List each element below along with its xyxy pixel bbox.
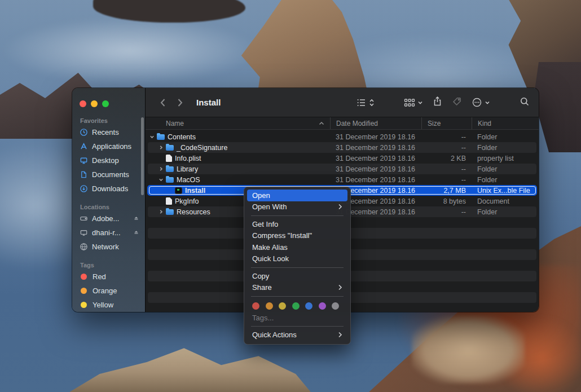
menu-separator: [251, 215, 344, 216]
sidebar-item-label: Yellow: [93, 301, 113, 309]
share-icon: [433, 96, 442, 107]
more-actions-button[interactable]: [472, 97, 490, 108]
menu-item-open[interactable]: Open: [247, 190, 347, 201]
red-tag-icon: [81, 274, 87, 280]
green-tag-swatch[interactable]: [292, 302, 300, 310]
red-tag-swatch[interactable]: [252, 302, 259, 310]
group-button[interactable]: [404, 98, 423, 107]
menu-item-copy[interactable]: Copy: [247, 270, 347, 282]
wallpaper-mist: [0, 17, 259, 85]
eject-icon[interactable]: [133, 228, 139, 237]
chevron-right-icon[interactable]: [157, 166, 165, 171]
chevron-right-icon[interactable]: [157, 145, 165, 150]
column-header-name[interactable]: Name: [146, 117, 330, 129]
wallpaper-rock: [412, 316, 525, 384]
menu-item-share[interactable]: Share: [247, 282, 347, 294]
column-header-size[interactable]: Size: [421, 117, 472, 129]
document-file-icon: [166, 197, 172, 205]
eject-icon[interactable]: [133, 214, 139, 223]
more-chevron-icon: [485, 100, 490, 105]
window-title: Install: [196, 98, 221, 107]
sidebar-scrollbar[interactable]: [141, 117, 144, 195]
display-icon: [80, 228, 88, 237]
desktop-icon: [80, 156, 88, 165]
list-header: Name Date Modified Size Kind: [146, 117, 539, 130]
menu-item-make-alias[interactable]: Make Alias: [247, 241, 347, 253]
sidebar-section-tags: Tags: [72, 262, 145, 270]
drive-icon: [80, 214, 88, 223]
sidebar-item-documents[interactable]: Documents: [72, 168, 145, 182]
sidebar-item-label: Desktop: [92, 156, 119, 165]
menu-item-open-with[interactable]: Open With: [247, 201, 347, 213]
folder-icon: [166, 145, 174, 151]
view-options-button[interactable]: [356, 98, 375, 107]
chevron-down-icon[interactable]: [148, 134, 156, 139]
yellow-tag-icon: [81, 302, 87, 308]
blue-tag-swatch[interactable]: [305, 302, 312, 310]
menu-item-quick-look[interactable]: Quick Look: [247, 253, 347, 265]
table-row-library[interactable]: Library 31 December 2019 18.16 -- Folder: [146, 164, 539, 174]
table-row-infoplist[interactable]: Info.plist 31 December 2019 18.16 2 KB p…: [146, 153, 539, 164]
zoom-button[interactable]: [102, 100, 109, 107]
submenu-chevron-icon: [338, 204, 342, 210]
sidebar-item-label: Orange: [93, 287, 117, 295]
menu-item-compress[interactable]: Compress "Install": [247, 230, 347, 242]
traffic-lights: [80, 100, 109, 107]
menu-item-quick-actions[interactable]: Quick Actions: [247, 329, 347, 341]
minimize-button[interactable]: [91, 100, 98, 107]
sidebar-item-network[interactable]: Network: [72, 240, 145, 254]
sidebar-item-applications[interactable]: Applications: [72, 139, 145, 153]
sidebar-item-recents[interactable]: Recents: [72, 125, 145, 139]
folder-icon: [166, 177, 174, 183]
share-button[interactable]: [433, 96, 442, 109]
tag-button[interactable]: [452, 96, 462, 109]
gray-tag-swatch[interactable]: [332, 302, 339, 310]
sidebar-item-label: Network: [92, 243, 119, 251]
clock-icon: [80, 128, 88, 136]
group-chevron-icon: [417, 100, 423, 105]
column-header-date-modified[interactable]: Date Modified: [330, 117, 421, 129]
table-row-macos[interactable]: MacOS 31 December 2019 18.16 -- Folder: [146, 174, 539, 185]
menu-separator: [251, 326, 344, 327]
download-icon: [80, 184, 88, 193]
sidebar-section-favorites: Favorites: [72, 117, 145, 125]
menu-item-get-info[interactable]: Get Info: [247, 218, 347, 230]
table-row-codesignature[interactable]: _CodeSignature 31 December 2019 18.16 --…: [146, 142, 539, 153]
yellow-tag-swatch[interactable]: [279, 302, 286, 310]
menu-separator: [251, 267, 344, 268]
sidebar-item-adobe[interactable]: Adobe...: [72, 212, 145, 226]
chevron-down-icon[interactable]: [157, 177, 165, 182]
sidebar-item-dhani[interactable]: dhani-r...: [72, 226, 145, 240]
sidebar-item-label: Downloads: [92, 184, 128, 193]
sidebar-item-label: Adobe...: [92, 214, 119, 223]
sidebar-item-label: Recents: [92, 128, 119, 136]
purple-tag-swatch[interactable]: [319, 302, 326, 310]
menu-item-tags[interactable]: Tags...: [247, 312, 347, 324]
chevron-right-icon[interactable]: [157, 209, 165, 214]
forward-icon: [177, 98, 184, 108]
search-button[interactable]: [520, 96, 530, 109]
orange-tag-icon: [81, 288, 87, 294]
sidebar-item-label: Applications: [92, 142, 131, 151]
sidebar-item-tag-orange[interactable]: Orange: [72, 284, 145, 298]
sidebar-item-tag-yellow[interactable]: Yellow: [72, 298, 145, 312]
back-button[interactable]: [159, 98, 166, 108]
close-button[interactable]: [80, 100, 86, 107]
sidebar-item-desktop[interactable]: Desktop: [72, 153, 145, 168]
back-icon: [159, 98, 166, 108]
sidebar-item-tag-red[interactable]: Red: [72, 270, 145, 284]
sidebar-item-downloads[interactable]: Downloads: [72, 182, 145, 196]
sidebar-item-label: Documents: [92, 170, 129, 179]
list-view-icon: [356, 98, 367, 107]
orange-tag-swatch[interactable]: [266, 302, 273, 310]
column-header-kind[interactable]: Kind: [472, 117, 539, 129]
sort-ascending-caret-icon: [319, 120, 324, 127]
sidebar-item-label: dhani-r...: [92, 228, 121, 237]
applications-icon: [80, 142, 88, 151]
desktop: Favorites Recents Applications Desktop D…: [0, 0, 581, 392]
more-actions-icon: [472, 97, 482, 108]
forward-button[interactable]: [177, 98, 184, 108]
toolbar: Install: [146, 88, 539, 117]
submenu-chevron-icon: [338, 284, 342, 290]
table-row-contents[interactable]: Contents 31 December 2019 18.16 -- Folde…: [146, 131, 539, 142]
